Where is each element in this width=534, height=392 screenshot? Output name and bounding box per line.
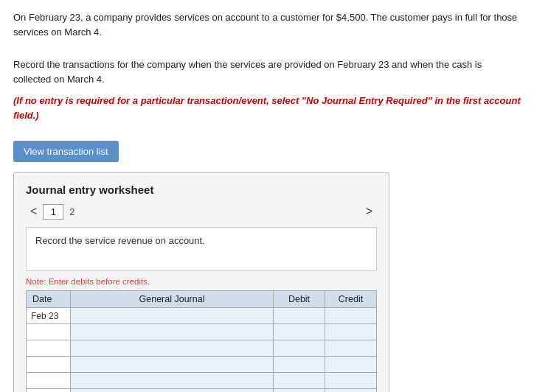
credit-input-4[interactable]	[330, 376, 372, 386]
debit-input-cell-5[interactable]	[274, 389, 325, 393]
page-1-box[interactable]: 1	[43, 204, 63, 220]
col-header-debit: Debit	[274, 291, 325, 308]
date-cell-4	[27, 373, 71, 389]
intro-line1: On February 23, a company provides servi…	[13, 10, 521, 39]
journal-input-1[interactable]	[75, 327, 268, 337]
debit-input-1[interactable]	[278, 327, 320, 337]
debit-input-0[interactable]	[278, 311, 320, 321]
debit-input-cell-3[interactable]	[274, 357, 325, 373]
credit-input-cell-1[interactable]	[325, 324, 377, 340]
table-row	[27, 389, 377, 393]
debit-input-cell-4[interactable]	[274, 373, 325, 389]
credit-input-cell-3[interactable]	[325, 357, 377, 373]
col-header-general-journal: General Journal	[71, 291, 274, 308]
table-row	[27, 357, 377, 373]
journal-input-cell-5[interactable]	[71, 389, 274, 393]
journal-table: Date General Journal Debit Credit Feb 23	[26, 290, 377, 392]
nav-row: < 1 2 >	[26, 203, 377, 220]
credit-input-3[interactable]	[330, 360, 372, 370]
journal-input-cell-3[interactable]	[71, 357, 274, 373]
table-row: Feb 23	[27, 308, 377, 324]
debit-input-2[interactable]	[278, 343, 320, 354]
journal-input-cell-1[interactable]	[71, 324, 274, 340]
journal-input-4[interactable]	[75, 376, 268, 386]
journal-input-cell-2[interactable]	[71, 340, 274, 357]
credit-input-1[interactable]	[330, 327, 372, 337]
credit-input-2[interactable]	[330, 343, 372, 354]
intro-line2: Record the transactions for the company …	[13, 57, 521, 86]
journal-input-cell-0[interactable]	[71, 308, 274, 324]
credit-input-cell-0[interactable]	[325, 308, 377, 324]
prev-page-button[interactable]: <	[26, 203, 41, 220]
table-row	[27, 340, 377, 357]
worksheet-title: Journal entry worksheet	[26, 183, 377, 196]
worksheet-container: Journal entry worksheet < 1 2 > Record t…	[13, 172, 389, 392]
journal-input-3[interactable]	[75, 360, 268, 370]
credit-input-cell-4[interactable]	[325, 373, 377, 389]
date-cell-1	[27, 324, 71, 340]
credit-input-cell-2[interactable]	[325, 340, 377, 357]
view-transaction-button[interactable]: View transaction list	[13, 141, 119, 162]
date-cell-0: Feb 23	[27, 308, 71, 324]
debit-input-4[interactable]	[278, 376, 320, 386]
date-cell-5	[27, 389, 71, 393]
date-cell-3	[27, 357, 71, 373]
col-header-date: Date	[27, 291, 71, 308]
journal-input-cell-4[interactable]	[71, 373, 274, 389]
debit-input-3[interactable]	[278, 360, 320, 370]
note-text: Note: Enter debits before credits.	[26, 277, 377, 286]
date-cell-2	[27, 340, 71, 357]
intro-line3: (If no entry is required for a particula…	[13, 94, 521, 122]
credit-input-cell-5[interactable]	[325, 389, 377, 393]
page-2-label: 2	[65, 205, 79, 219]
credit-input-0[interactable]	[330, 311, 372, 321]
journal-input-2[interactable]	[75, 343, 268, 354]
table-row	[27, 373, 377, 389]
next-page-button[interactable]: >	[361, 203, 377, 220]
journal-input-0[interactable]	[75, 311, 268, 321]
debit-input-cell-1[interactable]	[274, 324, 325, 340]
debit-input-cell-0[interactable]	[274, 308, 325, 324]
instruction-box: Record the service revenue on account.	[26, 227, 377, 271]
col-header-credit: Credit	[325, 291, 377, 308]
table-row	[27, 324, 377, 340]
debit-input-cell-2[interactable]	[274, 340, 325, 357]
